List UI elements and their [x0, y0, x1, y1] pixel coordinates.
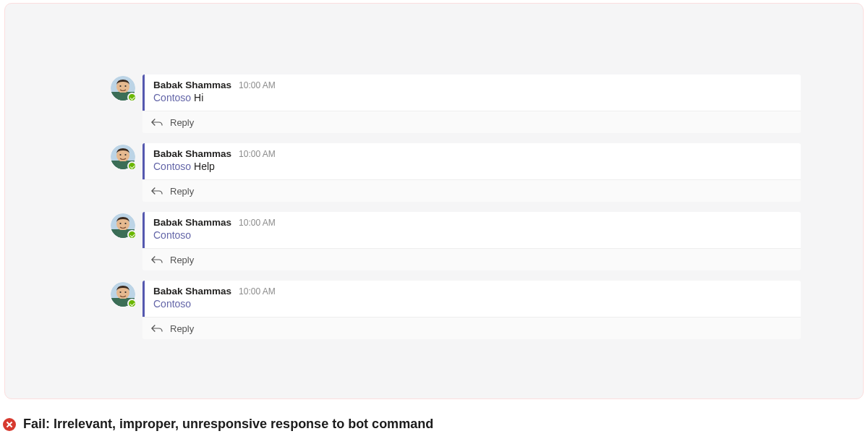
- message-post: Babak Shammas 10:00 AM Contoso Hi Reply: [142, 74, 801, 133]
- reply-icon: [151, 116, 163, 128]
- svg-point-5: [124, 85, 126, 87]
- svg-point-16: [119, 223, 121, 224]
- mention[interactable]: Contoso: [153, 161, 191, 172]
- message-author: Babak Shammas: [153, 80, 231, 90]
- reply-label: Reply: [170, 255, 194, 265]
- message-bubble[interactable]: Babak Shammas 10:00 AM Contoso Hi: [142, 74, 801, 111]
- svg-point-10: [119, 154, 121, 155]
- presence-available-icon: [127, 161, 137, 171]
- svg-point-4: [119, 85, 121, 87]
- svg-point-23: [124, 291, 126, 293]
- mention[interactable]: Contoso: [153, 229, 191, 241]
- message-time: 10:00 AM: [239, 286, 276, 297]
- message-bubble[interactable]: Babak Shammas 10:00 AM Contoso: [142, 212, 801, 248]
- reply-button[interactable]: Reply: [142, 179, 801, 202]
- message-time: 10:00 AM: [239, 218, 276, 228]
- message-author: Babak Shammas: [153, 148, 231, 159]
- presence-available-icon: [127, 299, 137, 308]
- mention[interactable]: Contoso: [153, 92, 191, 103]
- svg-point-22: [119, 291, 121, 293]
- message-body: Contoso Help: [153, 161, 792, 172]
- message-time: 10:00 AM: [239, 149, 276, 159]
- avatar[interactable]: [111, 282, 135, 307]
- mention[interactable]: Contoso: [153, 298, 191, 310]
- reply-label: Reply: [170, 186, 194, 197]
- message-body: Contoso: [153, 229, 792, 241]
- reply-label: Reply: [170, 117, 194, 128]
- message-text: Help: [194, 161, 215, 172]
- message-post: Babak Shammas 10:00 AM Contoso Reply: [142, 212, 801, 270]
- presence-available-icon: [127, 230, 137, 239]
- chat-panel: Babak Shammas 10:00 AM Contoso Hi Reply: [4, 3, 864, 399]
- reply-label: Reply: [170, 323, 194, 334]
- svg-point-11: [124, 154, 126, 155]
- fail-icon: [3, 418, 16, 431]
- reply-button[interactable]: Reply: [142, 111, 801, 133]
- reply-icon: [151, 323, 163, 334]
- caption-text: Fail: Irrelevant, improper, unresponsive…: [23, 417, 433, 432]
- message-body: Contoso: [153, 298, 792, 310]
- caption: Fail: Irrelevant, improper, unresponsive…: [3, 417, 433, 432]
- message-time: 10:00 AM: [239, 80, 276, 90]
- message-author: Babak Shammas: [153, 286, 231, 297]
- reply-icon: [151, 185, 163, 197]
- avatar[interactable]: [111, 213, 135, 238]
- message-post: Babak Shammas 10:00 AM Contoso Reply: [142, 281, 801, 339]
- presence-available-icon: [127, 93, 137, 102]
- avatar[interactable]: [111, 145, 135, 169]
- message-bubble[interactable]: Babak Shammas 10:00 AM Contoso Help: [142, 143, 801, 179]
- reply-button[interactable]: Reply: [142, 317, 801, 339]
- message-text: Hi: [194, 92, 203, 103]
- message-bubble[interactable]: Babak Shammas 10:00 AM Contoso: [142, 281, 801, 317]
- reply-icon: [151, 254, 163, 265]
- message-author: Babak Shammas: [153, 217, 231, 228]
- message-feed: Babak Shammas 10:00 AM Contoso Hi Reply: [142, 74, 801, 349]
- message-post: Babak Shammas 10:00 AM Contoso Help Repl…: [142, 143, 801, 202]
- message-body: Contoso Hi: [153, 92, 792, 103]
- svg-point-17: [124, 223, 126, 224]
- avatar[interactable]: [111, 76, 135, 101]
- reply-button[interactable]: Reply: [142, 248, 801, 270]
